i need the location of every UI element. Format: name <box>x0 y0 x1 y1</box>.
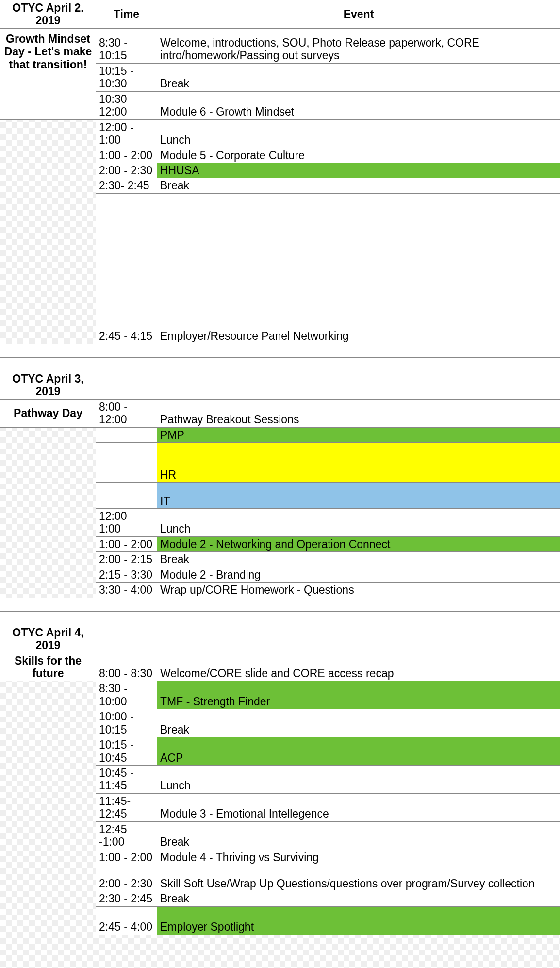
event-cell: HHUSA <box>157 163 560 178</box>
time-cell: 10:15 - 10:45 <box>96 737 157 766</box>
event-cell: TMF - Strength Finder <box>157 681 560 709</box>
empty-cell <box>157 371 560 399</box>
event-cell: Break <box>157 891 560 906</box>
header-day: OTYC April 2. 2019 <box>0 0 96 29</box>
time-cell: 10:30 - 12:00 <box>96 91 157 119</box>
event-cell: Break <box>157 821 560 850</box>
table-row: 8:30 - 10:00 TMF - Strength Finder <box>0 681 560 709</box>
table-row: 1:00 - 2:00 Module 5 - Corporate Culture <box>0 148 560 163</box>
event-cell: Module 5 - Corporate Culture <box>157 148 560 163</box>
empty-cell <box>0 567 96 582</box>
time-cell: 12:00 - 1:00 <box>96 509 157 537</box>
time-cell: 2:45 - 4:15 <box>96 193 157 344</box>
spacer-row <box>0 598 560 611</box>
day3-date-row: OTYC April 4, 2019 <box>0 625 560 653</box>
event-cell: Employer/Resource Panel Networking <box>157 193 560 344</box>
day3-title: Skills for the future <box>0 653 96 681</box>
event-cell: Pathway Breakout Sessions <box>157 399 560 427</box>
event-cell: ACP <box>157 737 560 766</box>
event-cell: Module 6 - Growth Mindset <box>157 91 560 119</box>
empty-cell <box>0 766 96 794</box>
empty-cell <box>0 163 96 178</box>
day2-title: Pathway Day <box>0 399 96 427</box>
spacer-row <box>0 344 560 357</box>
table-row: 11:45-12:45 Module 3 - Emotional Intelle… <box>0 793 560 821</box>
table-row: 10:45 - 11:45 Lunch <box>0 766 560 794</box>
time-cell: 10:15 - 10:30 <box>96 63 157 91</box>
table-row: 2:00 - 2:30 HHUSA <box>0 163 560 178</box>
table-row: 1:00 - 2:00 Module 4 - Thriving vs Survi… <box>0 850 560 865</box>
table-row: 12:45 -1:00 Break <box>0 821 560 850</box>
event-cell: Break <box>157 709 560 737</box>
empty-cell <box>0 681 96 709</box>
time-cell: 1:00 - 2:00 <box>96 850 157 865</box>
time-cell: 8:00 - 12:00 <box>96 399 157 427</box>
table-row: 2:30 - 2:45 Break <box>0 891 560 906</box>
table-row: 10:15 - 10:45 ACP <box>0 737 560 766</box>
event-cell: Welcome/CORE slide and CORE access recap <box>157 653 560 681</box>
event-cell: Break <box>157 63 560 91</box>
empty-cell <box>96 371 157 399</box>
event-cell: Wrap up/CORE Homework - Questions <box>157 583 560 598</box>
event-cell: Welcome, introductions, SOU, Photo Relea… <box>157 28 560 63</box>
event-cell: Lunch <box>157 766 560 794</box>
empty-cell <box>0 850 96 865</box>
header-time: Time <box>96 0 157 29</box>
empty-cell <box>0 193 96 344</box>
empty-cell <box>0 536 96 551</box>
empty-cell <box>157 357 560 371</box>
event-cell: Break <box>157 552 560 567</box>
time-cell <box>96 483 157 509</box>
empty-cell <box>157 625 560 653</box>
empty-cell <box>0 709 96 737</box>
time-cell: 11:45-12:45 <box>96 793 157 821</box>
table-row: 2:45 - 4:00 Employer Spotlight <box>0 906 560 935</box>
day2-date-row: OTYC April 3, 2019 <box>0 371 560 399</box>
empty-cell <box>96 598 157 611</box>
empty-cell <box>0 552 96 567</box>
time-cell: 10:00 - 10:15 <box>96 709 157 737</box>
event-cell: PMP <box>157 427 560 442</box>
event-cell: Module 2 - Networking and Operation Conn… <box>157 536 560 551</box>
table-row: 10:00 - 10:15 Break <box>0 709 560 737</box>
time-cell: 12:00 - 1:00 <box>96 119 157 148</box>
day1-title: Growth Mindset Day - Let's make that tra… <box>0 28 96 119</box>
table-row: 2:45 - 4:15 Employer/Resource Panel Netw… <box>0 193 560 344</box>
empty-cell <box>0 737 96 766</box>
table-row: 3:30 - 4:00 Wrap up/CORE Homework - Ques… <box>0 583 560 598</box>
table-row: 2:30- 2:45 Break <box>0 178 560 193</box>
time-cell: 2:45 - 4:00 <box>96 906 157 935</box>
empty-cell <box>0 119 96 148</box>
time-cell: 1:00 - 2:00 <box>96 536 157 551</box>
event-cell: HR <box>157 443 560 483</box>
empty-cell <box>0 509 96 537</box>
event-cell: Lunch <box>157 119 560 148</box>
time-cell: 10:45 - 11:45 <box>96 766 157 794</box>
event-cell: Break <box>157 178 560 193</box>
header-row: OTYC April 2. 2019 Time Event <box>0 0 560 29</box>
spacer-row <box>0 357 560 371</box>
empty-cell <box>157 598 560 611</box>
day2-date: OTYC April 3, 2019 <box>0 371 96 399</box>
schedule-table: OTYC April 2. 2019 Time Event Growth Min… <box>0 0 560 935</box>
time-cell: 2:15 - 3:30 <box>96 567 157 582</box>
empty-cell <box>0 583 96 598</box>
table-row: 2:00 - 2:30 Skill Soft Use/Wrap Up Quest… <box>0 865 560 891</box>
time-cell: 2:00 - 2:30 <box>96 163 157 178</box>
time-cell: 12:45 -1:00 <box>96 821 157 850</box>
empty-cell <box>0 906 96 935</box>
empty-cell <box>0 611 96 625</box>
time-cell: 2:30- 2:45 <box>96 178 157 193</box>
header-event: Event <box>157 0 560 29</box>
table-row: 2:00 - 2:15 Break <box>0 552 560 567</box>
empty-cell <box>0 865 96 891</box>
table-row: Growth Mindset Day - Let's make that tra… <box>0 28 560 63</box>
time-cell: 8:30 - 10:00 <box>96 681 157 709</box>
empty-cell <box>0 443 96 483</box>
event-cell: Module 4 - Thriving vs Surviving <box>157 850 560 865</box>
time-cell: 1:00 - 2:00 <box>96 148 157 163</box>
time-cell: 3:30 - 4:00 <box>96 583 157 598</box>
time-cell <box>96 427 157 442</box>
empty-cell <box>96 625 157 653</box>
time-cell <box>96 443 157 483</box>
